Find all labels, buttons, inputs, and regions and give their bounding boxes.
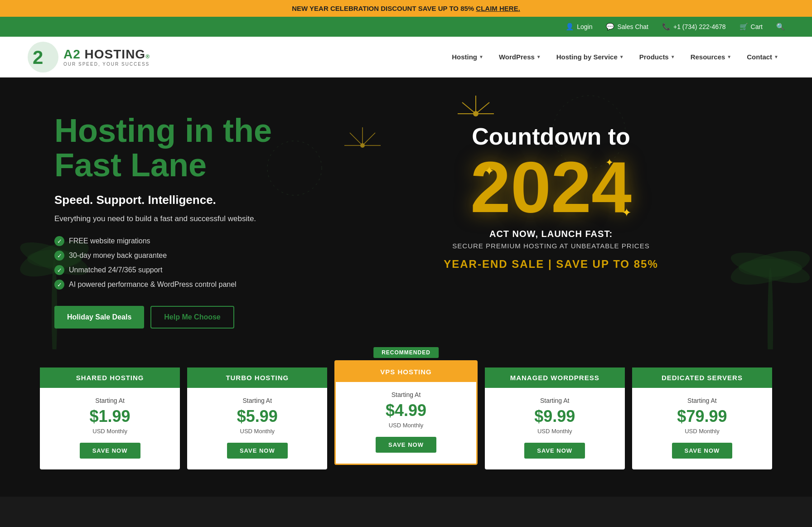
pricing-period: USD Monthly <box>194 428 320 435</box>
nav-hosting-by-service[interactable]: Hosting by Service ▼ <box>550 49 630 64</box>
announcement-bar: NEW YEAR CELEBRATION DISCOUNT SAVE UP TO… <box>0 0 812 17</box>
pricing-period: USD Monthly <box>47 428 173 435</box>
pricing-card-wordpress: MANAGED WORDPRESS Starting At $9.99 USD … <box>485 367 625 469</box>
search-link[interactable]: 🔍 <box>776 23 785 31</box>
hero-description: Everything you need to build a fast and … <box>54 214 344 223</box>
recommended-badge: RECOMMENDED <box>373 347 439 358</box>
pricing-card-turbo: TURBO HOSTING Starting At $5.99 USD Mont… <box>187 367 327 469</box>
pricing-price: $9.99 <box>492 407 618 426</box>
feature-item: ✓ 30-day money back guarantee <box>54 251 344 261</box>
holiday-sale-deals-button[interactable]: Holiday Sale Deals <box>54 306 144 329</box>
nav-wordpress[interactable]: WordPress ▼ <box>493 49 547 64</box>
svg-text:2: 2 <box>33 47 43 68</box>
cart-link[interactable]: 🛒 Cart <box>740 23 763 31</box>
hero-section: Hosting in the Fast Lane Speed. Support.… <box>0 77 812 497</box>
nav-hosting[interactable]: Hosting ▼ <box>445 49 490 64</box>
save-now-button[interactable]: SAVE NOW <box>376 437 436 453</box>
pricing-price: $5.99 <box>194 407 320 426</box>
main-header: 2 A2 HOSTING® OUR SPEED, YOUR SUCCESS Ho… <box>0 37 812 77</box>
logo-area[interactable]: 2 A2 HOSTING® OUR SPEED, YOUR SUCCESS <box>27 41 150 73</box>
countdown-label: Countdown to <box>472 123 630 150</box>
chevron-down-icon: ▼ <box>619 54 624 59</box>
phone-link[interactable]: 📞 +1 (734) 222-4678 <box>662 23 726 31</box>
nav-resources[interactable]: Resources ▼ <box>684 49 738 64</box>
pricing-starting: Starting At <box>194 397 320 404</box>
pricing-card-body: Starting At $4.99 USD Monthly SAVE NOW <box>336 382 476 464</box>
countdown-sub: SECURE PREMIUM HOSTING AT UNBEATABLE PRI… <box>452 242 649 250</box>
chevron-down-icon: ▼ <box>774 54 778 59</box>
pricing-card-header: VPS HOSTING <box>336 362 476 382</box>
feature-item: ✓ FREE website migrations <box>54 236 344 246</box>
pricing-section: SHARED HOSTING Starting At $1.99 USD Mon… <box>0 356 812 497</box>
sparkle-icon: ✦ <box>605 157 614 169</box>
pricing-price: $79.99 <box>639 407 765 426</box>
nav-products[interactable]: Products ▼ <box>633 49 682 64</box>
chevron-down-icon: ▼ <box>727 54 731 59</box>
pricing-starting: Starting At <box>47 397 173 404</box>
save-now-button[interactable]: SAVE NOW <box>672 443 733 459</box>
logo-brand: A2 HOSTING® <box>63 47 150 62</box>
hero-subtitle: Speed. Support. Intelligence. <box>54 193 344 207</box>
logo-svg: 2 <box>27 41 59 73</box>
logo-text: A2 HOSTING® OUR SPEED, YOUR SUCCESS <box>63 47 150 67</box>
checkmark-icon: ✓ <box>54 251 64 261</box>
countdown-sale: YEAR-END SALE | SAVE UP TO 85% <box>444 258 658 271</box>
sales-chat-link[interactable]: 💬 Sales Chat <box>606 23 648 31</box>
pricing-card-header: MANAGED WORDPRESS <box>485 367 625 388</box>
pricing-cards: SHARED HOSTING Starting At $1.99 USD Mon… <box>36 365 776 469</box>
sparkle-icon: ✦ <box>484 164 494 179</box>
pricing-card-shared: SHARED HOSTING Starting At $1.99 USD Mon… <box>40 367 180 469</box>
pricing-starting: Starting At <box>639 397 765 404</box>
pricing-card-body: Starting At $79.99 USD Monthly SAVE NOW <box>632 388 772 469</box>
pricing-card-header: SHARED HOSTING <box>40 367 180 388</box>
hero-content: Hosting in the Fast Lane Speed. Support.… <box>0 77 812 356</box>
feature-item: ✓ Unmatched 24/7/365 support <box>54 265 344 275</box>
pricing-card-vps: RECOMMENDED VPS HOSTING Starting At $4.9… <box>334 360 477 465</box>
user-icon: 👤 <box>566 23 574 31</box>
pricing-starting: Starting At <box>492 397 618 404</box>
cart-icon: 🛒 <box>740 23 748 31</box>
pricing-card-header: DEDICATED SERVERS <box>632 367 772 388</box>
help-me-choose-button[interactable]: Help Me Choose <box>150 306 234 329</box>
pricing-period: USD Monthly <box>343 422 469 429</box>
pricing-price: $4.99 <box>343 401 469 420</box>
pricing-card-dedicated: DEDICATED SERVERS Starting At $79.99 USD… <box>632 367 772 469</box>
chevron-down-icon: ▼ <box>671 54 675 59</box>
chevron-down-icon: ▼ <box>479 54 483 59</box>
checkmark-icon: ✓ <box>54 280 64 290</box>
pricing-period: USD Monthly <box>492 428 618 435</box>
hero-right: Countdown to 2024 ✦ ✦ ✦ ACT NOW, LAUNCH … <box>344 114 758 271</box>
chevron-down-icon: ▼ <box>536 54 541 59</box>
chat-icon: 💬 <box>606 23 614 31</box>
phone-icon: 📞 <box>662 23 671 31</box>
pricing-period: USD Monthly <box>639 428 765 435</box>
pricing-card-body: Starting At $1.99 USD Monthly SAVE NOW <box>40 388 180 469</box>
pricing-price: $1.99 <box>47 407 173 426</box>
sparkle-icon: ✦ <box>622 206 632 220</box>
pricing-card-body: Starting At $5.99 USD Monthly SAVE NOW <box>187 388 327 469</box>
hero-left: Hosting in the Fast Lane Speed. Support.… <box>54 114 344 329</box>
save-now-button[interactable]: SAVE NOW <box>80 443 140 459</box>
announcement-cta[interactable]: CLAIM HERE. <box>476 5 520 12</box>
pricing-card-header: TURBO HOSTING <box>187 367 327 388</box>
top-nav: 👤 Login 💬 Sales Chat 📞 +1 (734) 222-4678… <box>0 17 812 37</box>
announcement-text: NEW YEAR CELEBRATION DISCOUNT SAVE UP TO… <box>292 5 474 12</box>
checkmark-icon: ✓ <box>54 265 64 275</box>
hero-buttons: Holiday Sale Deals Help Me Choose <box>54 306 344 329</box>
hero-title: Hosting in the Fast Lane <box>54 114 344 182</box>
main-nav: Hosting ▼ WordPress ▼ Hosting by Service… <box>445 49 785 64</box>
feature-item: ✓ AI powered performance & WordPress con… <box>54 280 344 290</box>
pricing-starting: Starting At <box>343 391 469 398</box>
nav-contact[interactable]: Contact ▼ <box>740 49 785 64</box>
countdown-tagline: ACT NOW, LAUNCH FAST: <box>489 229 613 239</box>
save-now-button[interactable]: SAVE NOW <box>524 443 585 459</box>
pricing-card-body: Starting At $9.99 USD Monthly SAVE NOW <box>485 388 625 469</box>
search-icon: 🔍 <box>776 23 785 31</box>
checkmark-icon: ✓ <box>54 236 64 246</box>
save-now-button[interactable]: SAVE NOW <box>227 443 288 459</box>
logo-tagline: OUR SPEED, YOUR SUCCESS <box>63 62 150 67</box>
login-link[interactable]: 👤 Login <box>566 23 592 31</box>
hero-features: ✓ FREE website migrations ✓ 30-day money… <box>54 236 344 290</box>
